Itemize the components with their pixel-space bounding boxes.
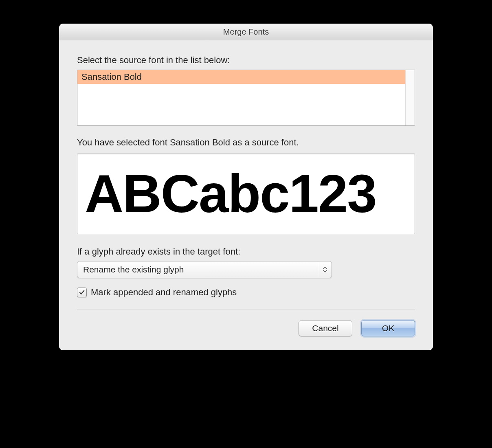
selected-font-status: You have selected font Sansation Bold as… [77,137,415,148]
glyph-action-select[interactable]: Rename the existing glyph [77,261,332,278]
ok-button[interactable]: OK [361,320,415,336]
list-item[interactable]: Sansation Bold [77,70,406,84]
dialog-button-row: Cancel OK [77,320,415,339]
desktop-backdrop: Merge Fonts Select the source font in th… [0,0,492,448]
window-titlebar: Merge Fonts [59,24,433,40]
ok-button-label: OK [382,323,394,333]
listbox-scrollbar[interactable] [405,70,415,125]
source-font-listbox[interactable]: Sansation Bold [77,70,415,126]
font-preview-text: ABCabc123 [85,167,376,221]
checkmark-icon [79,289,85,296]
list-item-label: Sansation Bold [81,72,142,82]
divider [77,309,415,310]
updown-arrows-icon [319,262,331,277]
listbox-items: Sansation Bold [77,70,406,125]
glyph-action-select-wrap: Rename the existing glyph [77,261,309,278]
cancel-button[interactable]: Cancel [299,320,352,336]
select-source-label: Select the source font in the list below… [77,55,415,66]
font-preview-box: ABCabc123 [77,154,415,234]
merge-fonts-dialog: Merge Fonts Select the source font in th… [59,24,433,350]
cancel-button-label: Cancel [312,323,338,333]
select-value: Rename the existing glyph [83,265,184,275]
window-title: Merge Fonts [223,27,269,37]
mark-glyphs-row: Mark appended and renamed glyphs [77,287,415,298]
mark-glyphs-checkbox[interactable] [77,288,87,297]
glyph-exists-label: If a glyph already exists in the target … [77,246,415,257]
dialog-content: Select the source font in the list below… [59,40,433,350]
mark-glyphs-label: Mark appended and renamed glyphs [91,287,237,298]
